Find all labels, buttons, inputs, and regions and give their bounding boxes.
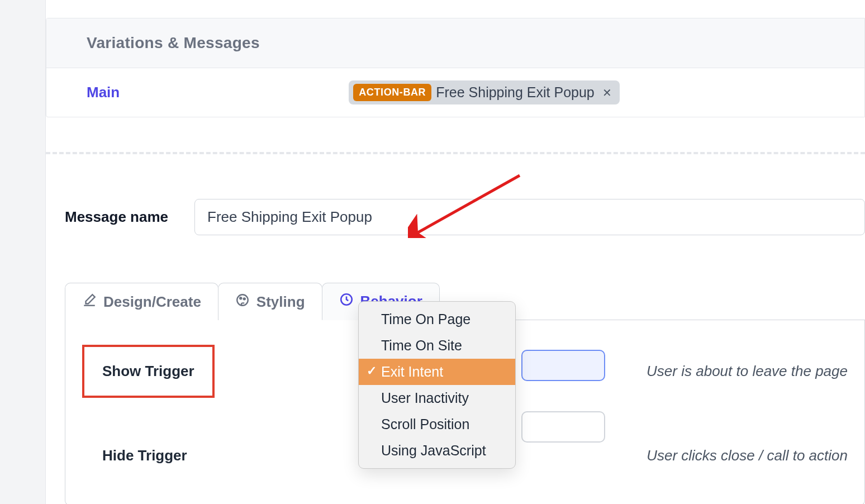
variation-main-link[interactable]: Main (87, 84, 120, 101)
variations-header: Variations & Messages (46, 18, 864, 68)
message-name-input[interactable] (194, 199, 865, 235)
dropdown-item-using-javascript[interactable]: Using JavaScript (359, 438, 515, 464)
dropdown-item-scroll-position[interactable]: Scroll Position (359, 411, 515, 438)
tab-design-create[interactable]: Design/Create (65, 283, 218, 320)
variations-title: Variations & Messages (87, 34, 824, 52)
close-icon[interactable]: ✕ (599, 86, 612, 99)
show-trigger-highlight: Show Trigger (82, 345, 215, 398)
message-name-row: Message name (65, 199, 865, 235)
svg-point-3 (244, 298, 245, 299)
left-sidebar-stub (0, 0, 46, 504)
tabs-container: Design/Create Styling Behavior (65, 283, 865, 504)
variation-row: Main ACTION-BAR Free Shipping Exit Popup… (46, 68, 864, 117)
hide-trigger-label: Hide Trigger (82, 431, 205, 480)
edit-icon (82, 293, 97, 311)
hide-trigger-description: User clicks close / call to action (647, 447, 848, 464)
message-chip[interactable]: ACTION-BAR Free Shipping Exit Popup ✕ (349, 80, 620, 104)
behavior-panel: Time On Page Time On Site Exit Intent Us… (65, 320, 865, 504)
message-chip-wrap: ACTION-BAR Free Shipping Exit Popup ✕ (349, 80, 620, 104)
chip-label: Free Shipping Exit Popup (436, 84, 595, 101)
variations-card: Variations & Messages Main ACTION-BAR Fr… (46, 18, 865, 117)
dropdown-item-time-on-site[interactable]: Time On Site (359, 332, 515, 359)
tab-styling[interactable]: Styling (218, 283, 322, 320)
dropdown-item-exit-intent[interactable]: Exit Intent (359, 359, 515, 385)
dropdown-item-user-inactivity[interactable]: User Inactivity (359, 385, 515, 411)
tab-design-label: Design/Create (103, 293, 201, 311)
svg-point-1 (237, 294, 248, 306)
svg-point-2 (240, 297, 241, 299)
palette-icon (235, 293, 250, 311)
trigger-dropdown: Time On Page Time On Site Exit Intent Us… (358, 301, 516, 469)
hide-trigger-select[interactable] (521, 411, 605, 443)
tab-styling-label: Styling (256, 293, 305, 311)
message-name-label: Message name (65, 208, 177, 226)
show-trigger-select[interactable] (521, 350, 605, 381)
clock-icon (339, 292, 354, 311)
show-trigger-description: User is about to leave the page (647, 363, 848, 380)
chip-type-badge: ACTION-BAR (353, 84, 431, 101)
main-content: Variations & Messages Main ACTION-BAR Fr… (46, 0, 865, 504)
form-area: Message name Design/Create (46, 154, 865, 504)
show-trigger-label: Show Trigger (102, 363, 194, 379)
dropdown-item-time-on-page[interactable]: Time On Page (359, 306, 515, 332)
page-root: Variations & Messages Main ACTION-BAR Fr… (0, 0, 865, 504)
